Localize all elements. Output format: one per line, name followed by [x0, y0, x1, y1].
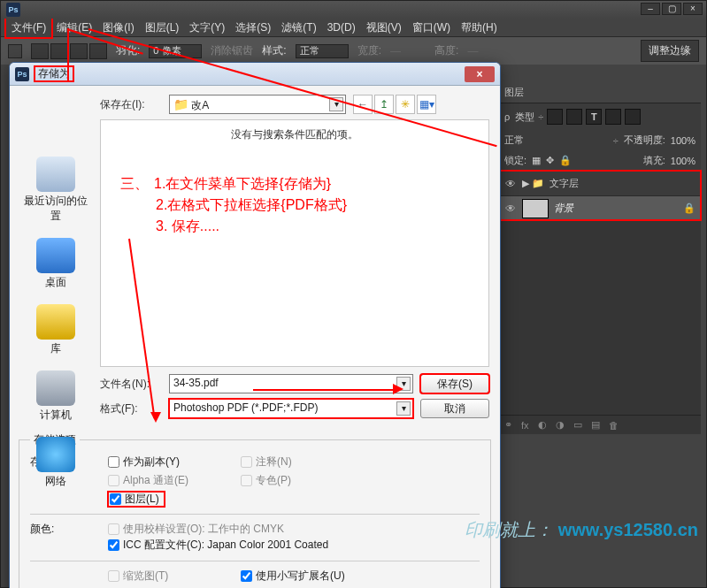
file-browser-pane[interactable]: 没有与搜索条件匹配的项。: [100, 119, 489, 367]
notes-checkbox: 注释(N): [241, 454, 373, 470]
filter-smart-icon[interactable]: [625, 109, 641, 125]
menu-window[interactable]: 窗口(W): [407, 19, 456, 37]
proof-checkbox: 使用校样设置(O): 工作中的 CMYK: [108, 522, 373, 537]
dialog-titlebar: Ps 存储为 ×: [10, 63, 500, 86]
new-layer-icon[interactable]: ▤: [591, 419, 600, 431]
place-libraries[interactable]: 库: [20, 304, 91, 356]
thumbnail-checkbox: 缩览图(T): [108, 569, 241, 584]
menu-layer[interactable]: 图层(L): [140, 19, 185, 37]
annotation-arrow: [253, 389, 393, 391]
lock-icon: 🔒: [683, 202, 695, 214]
style-select[interactable]: [296, 44, 349, 58]
menu-3d[interactable]: 3D(D): [322, 19, 361, 35]
folder-icon: ▶ 📁: [522, 178, 544, 189]
color-label: 颜色:: [30, 522, 108, 554]
filter-shape-icon[interactable]: [605, 109, 621, 125]
annotation-arrow: [67, 28, 69, 81]
arrow-head-icon: [393, 384, 403, 394]
layer-bg-name: 背景: [554, 202, 573, 215]
place-network[interactable]: 网络: [20, 437, 91, 489]
places-sidebar: 最近访问的位置 桌面 库 计算机 网络: [20, 157, 91, 503]
fill-value[interactable]: 100%: [671, 156, 695, 166]
layer-thumbnail: [522, 199, 549, 218]
lock-all-icon[interactable]: 🔒: [559, 155, 572, 166]
chevron-down-icon[interactable]: ▾: [396, 401, 411, 416]
menu-edit[interactable]: 编辑(E): [51, 19, 97, 37]
tool-preset-icon[interactable]: [8, 44, 22, 58]
menu-filter[interactable]: 滤镜(T): [276, 19, 321, 37]
menu-select[interactable]: 选择(S): [230, 19, 276, 37]
kind-label: 类型: [515, 111, 534, 124]
opacity-label: 不透明度:: [624, 134, 665, 147]
save-in-combobox[interactable]: 📁 改A ▾: [169, 95, 346, 114]
save-as-dialog: Ps 存储为 × 最近访问的位置 桌面 库 计算机 网络 保存在(I): 📁 改…: [9, 62, 501, 588]
sel-new-icon[interactable]: [31, 43, 49, 59]
layers-checkbox[interactable]: 图层(L): [108, 492, 165, 507]
mask-icon[interactable]: ◐: [538, 419, 547, 431]
lock-label: 锁定:: [504, 154, 526, 167]
layers-tab[interactable]: 图层: [504, 86, 524, 99]
new-folder-icon[interactable]: ✳: [396, 95, 415, 114]
cancel-button[interactable]: 取消: [420, 399, 489, 418]
filter-image-icon[interactable]: [547, 109, 563, 125]
blend-mode-select[interactable]: 正常: [504, 134, 608, 147]
adjust-icon[interactable]: ◑: [556, 419, 565, 431]
sel-add-icon[interactable]: [50, 43, 68, 59]
filter-type-icon[interactable]: T: [586, 109, 602, 125]
filename-label: 文件名(N):: [100, 377, 162, 392]
app-titlebar: Ps – ▢ ×: [1, 1, 706, 19]
menu-file[interactable]: 文件(F): [6, 19, 51, 37]
layer-row-background[interactable]: 👁 背景 🔒: [499, 195, 701, 220]
menu-help[interactable]: 帮助(H): [456, 19, 503, 37]
visibility-eye-icon[interactable]: 👁: [504, 202, 517, 215]
lock-pixel-icon[interactable]: ▦: [532, 155, 541, 166]
minimize-button[interactable]: –: [641, 3, 660, 15]
save-in-label: 保存在(I):: [100, 97, 162, 112]
as-copy-checkbox[interactable]: 作为副本(Y): [108, 454, 241, 470]
refine-edge-button[interactable]: 调整边缘: [641, 40, 699, 62]
maximize-button[interactable]: ▢: [662, 3, 681, 15]
fx-icon[interactable]: ⚭: [504, 419, 512, 431]
lowercase-ext-checkbox[interactable]: 使用小写扩展名(U): [241, 569, 373, 584]
save-in-value: 改A: [191, 99, 209, 111]
filter-adjust-icon[interactable]: [566, 109, 582, 125]
visibility-eye-icon[interactable]: 👁: [504, 178, 517, 190]
ps-mini-icon: Ps: [15, 67, 29, 81]
layers-panel-footer: ⚭ fx ◐ ◑ ▭ ▤ 🗑: [499, 415, 701, 434]
layers-panel: 图层 ρ 类型 ÷ T 正常 ÷ 不透明度: 100% 锁定: ▦ ✥: [499, 82, 701, 434]
menu-type[interactable]: 文字(Y): [184, 19, 230, 37]
layer-row-group[interactable]: 👁 ▶ 📁 文字层: [499, 171, 701, 195]
menu-view[interactable]: 视图(V): [361, 19, 407, 37]
sel-subtract-icon[interactable]: [70, 43, 88, 59]
feather-input[interactable]: [149, 44, 202, 58]
arrow-head-icon: [150, 412, 161, 423]
spot-checkbox: 专色(P): [241, 473, 373, 488]
alpha-checkbox: Alpha 通道(E): [108, 473, 241, 488]
watermark: 印刷就上：www.ys12580.cn: [465, 521, 698, 538]
lock-pos-icon[interactable]: ✥: [546, 155, 554, 166]
sel-intersect-icon[interactable]: [89, 43, 107, 59]
icc-checkbox[interactable]: ICC 配置文件(C): Japan Color 2001 Coated: [108, 538, 373, 553]
opacity-value[interactable]: 100%: [671, 135, 695, 146]
place-computer[interactable]: 计算机: [20, 370, 91, 423]
save-button[interactable]: 保存(S): [420, 374, 489, 393]
height-label: 高度:: [434, 43, 458, 58]
layer-group-name: 文字层: [549, 177, 579, 190]
ps-logo-icon: Ps: [6, 3, 20, 17]
group-icon[interactable]: ▭: [573, 419, 582, 431]
layer-list: 👁 ▶ 📁 文字层 👁 背景 🔒: [499, 171, 701, 220]
place-recent[interactable]: 最近访问的位置: [20, 157, 91, 224]
format-combobox[interactable]: Photoshop PDF (*.PDF;*.FDP) ▾: [169, 399, 413, 418]
empty-message: 没有与搜索条件匹配的项。: [231, 127, 358, 142]
annotation-text: 三、1.在文件菜单下选择{存储为} 2.在格式下拉框选择{PDF格式} 3. 保…: [120, 173, 347, 237]
view-menu-icon[interactable]: ▦▾: [417, 95, 436, 114]
fx-icon[interactable]: fx: [521, 420, 529, 431]
style-label: 样式:: [262, 43, 286, 58]
dialog-close-button[interactable]: ×: [465, 66, 495, 82]
width-label: 宽度:: [357, 43, 381, 58]
close-button[interactable]: ×: [683, 3, 703, 15]
delete-icon[interactable]: 🗑: [609, 420, 619, 431]
place-desktop[interactable]: 桌面: [20, 238, 91, 290]
fill-label: 填充:: [643, 154, 665, 167]
anti-alias-label: 消除锯齿: [211, 43, 253, 58]
